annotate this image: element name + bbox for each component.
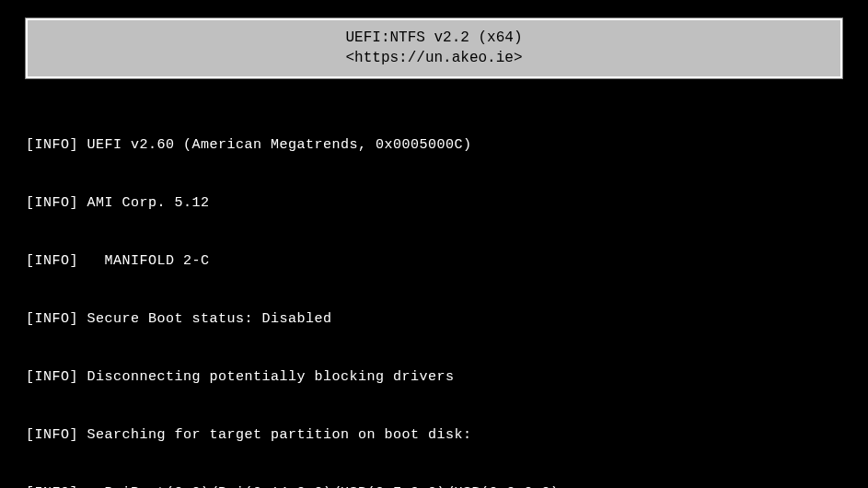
log-line: [INFO] Disconnecting potentially blockin… (26, 367, 842, 387)
boot-title: UEFI:NTFS v2.2 (x64) (28, 28, 840, 48)
log-line: [INFO] UEFI v2.60 (American Megatrends, … (26, 135, 842, 155)
boot-header-box: UEFI:NTFS v2.2 (x64) <https://un.akeo.ie… (26, 18, 842, 78)
log-line: [INFO] Secure Boot status: Disabled (26, 309, 842, 329)
log-line: [INFO] PciRoot(0x0)/Pci(0x14,0x0)/USB(0x… (26, 483, 842, 488)
log-line: [INFO] Searching for target partition on… (26, 425, 842, 445)
log-line: [INFO] AMI Corp. 5.12 (26, 193, 842, 213)
log-line: [INFO] MANIFOLD 2-C (26, 251, 842, 271)
boot-url: <https://un.akeo.ie> (28, 48, 840, 68)
boot-log: [INFO] UEFI v2.60 (American Megatrends, … (26, 97, 842, 488)
